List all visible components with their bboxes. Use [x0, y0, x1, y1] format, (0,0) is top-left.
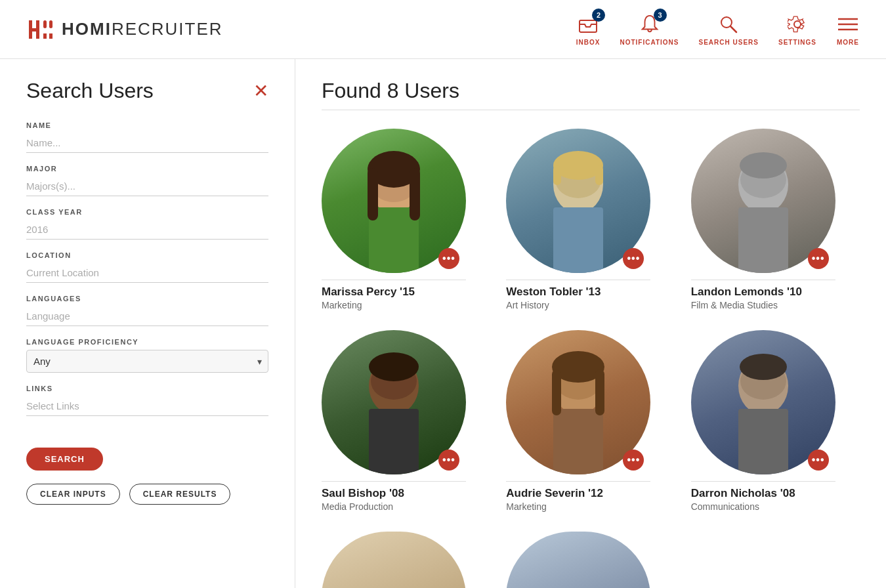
partial-user-card — [322, 532, 490, 588]
location-input[interactable] — [26, 263, 268, 283]
class-year-input[interactable] — [26, 220, 268, 240]
user-name: Marissa Percy '15 — [322, 285, 415, 299]
close-button[interactable]: ✕ — [253, 82, 268, 100]
nav-more[interactable]: MORE — [836, 12, 860, 46]
svg-rect-6 — [49, 33, 53, 39]
user-card: ••• Darron Nicholas '08 Communications — [691, 330, 860, 512]
user-name: Weston Tobler '13 — [506, 285, 601, 299]
user-card: ••• Marissa Percy '15 Marketing — [322, 129, 490, 310]
class-year-field-group: CLASS YEAR — [26, 208, 268, 240]
search-icon — [719, 15, 738, 33]
language-proficiency-label: LANGUAGE PROFICIENCY — [26, 338, 268, 346]
more-icon-wrap — [836, 12, 860, 36]
main-nav: 2 INBOX 3 NOTIFICATIONS SEA — [576, 12, 860, 46]
avatar-wrap: ••• — [322, 129, 466, 273]
users-grid: ••• Marissa Percy '15 Marketing — [322, 129, 860, 512]
nav-notifications[interactable]: 3 NOTIFICATIONS — [620, 12, 679, 46]
user-name: Audrie Severin '12 — [506, 487, 603, 500]
partial-avatar — [322, 532, 466, 588]
major-input[interactable] — [26, 177, 268, 196]
partial-user-card — [691, 532, 860, 588]
user-major: Marketing — [506, 501, 546, 512]
more-options-button[interactable]: ••• — [808, 450, 829, 471]
more-options-button[interactable]: ••• — [808, 248, 829, 269]
sidebar-title: Search Users — [26, 79, 154, 103]
name-input[interactable] — [26, 133, 268, 153]
partial-avatar — [506, 532, 650, 588]
svg-rect-39 — [595, 369, 604, 415]
partial-users-row — [322, 532, 860, 588]
main-layout: Search Users ✕ NAME MAJOR CLASS YEAR LOC… — [0, 59, 886, 588]
notifications-icon-wrap: 3 — [638, 12, 662, 36]
card-separator — [322, 280, 466, 280]
notifications-badge: 3 — [654, 9, 667, 22]
avatar-wrap: ••• — [506, 129, 650, 273]
notifications-label: NOTIFICATIONS — [620, 39, 679, 46]
avatar-wrap: ••• — [691, 330, 835, 474]
svg-rect-2 — [36, 20, 39, 39]
inbox-badge: 2 — [592, 9, 605, 22]
language-proficiency-select[interactable]: Any Basic Conversational Fluent Native — [26, 350, 268, 373]
results-title: Found 8 Users — [322, 79, 860, 110]
user-major: Marketing — [322, 300, 362, 310]
action-buttons: SEARCH CLEAR INPUTS CLEAR RESULTS — [26, 441, 268, 505]
languages-input[interactable] — [26, 306, 268, 326]
logo-icon — [26, 15, 55, 44]
inbox-icon-wrap: 2 — [576, 12, 600, 36]
clear-results-button[interactable]: CLEAR RESULTS — [129, 484, 231, 505]
user-name: Landon Lemonds '10 — [691, 285, 802, 299]
nav-settings[interactable]: SETTINGS — [778, 12, 816, 46]
inbox-label: INBOX — [576, 39, 601, 46]
links-input[interactable] — [26, 396, 268, 416]
nav-inbox[interactable]: 2 INBOX — [576, 12, 601, 46]
nav-search-users[interactable]: SEARCH USERS — [699, 12, 759, 46]
more-options-button[interactable]: ••• — [438, 248, 459, 269]
logo: HOMIRECRUITER — [26, 15, 223, 44]
major-field-group: MAJOR — [26, 165, 268, 196]
svg-rect-5 — [49, 20, 53, 28]
avatar-wrap: ••• — [506, 330, 650, 474]
name-field-group: NAME — [26, 121, 268, 153]
class-year-label: CLASS YEAR — [26, 208, 268, 216]
links-field-group: LINKS — [26, 385, 268, 416]
search-button[interactable]: SEARCH — [26, 448, 103, 471]
svg-rect-31 — [369, 409, 419, 474]
bottom-buttons: CLEAR INPUTS CLEAR RESULTS — [26, 484, 268, 505]
sidebar-header: Search Users ✕ — [26, 79, 268, 103]
major-label: MAJOR — [26, 165, 268, 173]
card-separator — [506, 481, 650, 482]
svg-rect-4 — [43, 33, 47, 39]
partial-user-card — [506, 532, 675, 588]
svg-point-33 — [369, 352, 419, 381]
user-name: Saul Bishop '08 — [322, 487, 404, 500]
more-label: MORE — [837, 39, 859, 46]
user-name: Darron Nicholas '08 — [691, 487, 795, 500]
user-major: Art History — [506, 300, 549, 310]
clear-inputs-button[interactable]: CLEAR INPUTS — [26, 484, 120, 505]
svg-rect-41 — [738, 409, 788, 474]
more-options-button[interactable]: ••• — [623, 450, 644, 471]
more-options-button[interactable]: ••• — [623, 248, 644, 269]
svg-point-10 — [794, 21, 801, 28]
more-options-button[interactable]: ••• — [438, 450, 459, 471]
results-area: Found 8 Users — [295, 59, 886, 588]
links-label: LINKS — [26, 385, 268, 392]
avatar-wrap: ••• — [691, 129, 835, 273]
language-proficiency-select-wrapper: Any Basic Conversational Fluent Native ▾ — [26, 350, 268, 373]
languages-field-group: LANGUAGES — [26, 295, 268, 326]
avatar-wrap: ••• — [322, 330, 466, 474]
settings-icon-wrap — [786, 12, 809, 36]
svg-rect-25 — [595, 165, 603, 185]
logo-text: HOMIRECRUITER — [62, 19, 223, 39]
user-major: Media Production — [322, 501, 393, 512]
app-header: HOMIRECRUITER 2 INBOX 3 NO — [0, 0, 886, 59]
svg-rect-38 — [552, 369, 561, 415]
settings-label: SETTINGS — [778, 39, 816, 46]
svg-rect-35 — [553, 409, 603, 474]
svg-line-9 — [730, 26, 736, 32]
svg-rect-21 — [553, 207, 603, 273]
language-proficiency-field-group: LANGUAGE PROFICIENCY Any Basic Conversat… — [26, 338, 268, 373]
svg-point-29 — [740, 152, 787, 178]
user-card: ••• Audrie Severin '12 Marketing — [506, 330, 675, 512]
user-card: ••• Saul Bishop '08 Media Production — [322, 330, 490, 512]
